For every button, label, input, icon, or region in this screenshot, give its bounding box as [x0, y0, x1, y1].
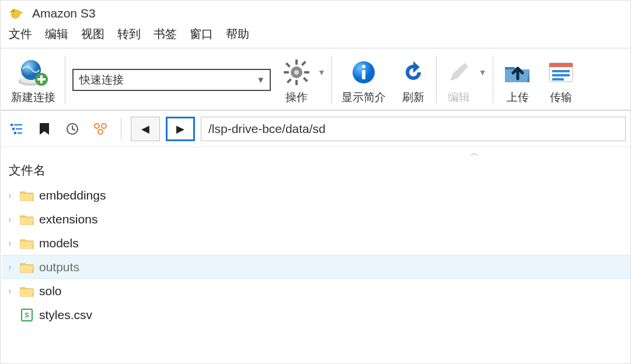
svg-rect-23	[552, 74, 570, 76]
action-dropdown-caret[interactable]: ▼	[318, 52, 329, 107]
menu-window[interactable]: 窗口	[190, 26, 213, 42]
expand-caret-icon[interactable]: ›	[9, 262, 17, 272]
pane-collapse-caret[interactable]: ︿	[1, 147, 630, 160]
folder-row[interactable]: › models	[2, 231, 630, 255]
tree-item-name: extensions	[39, 212, 97, 226]
menu-view[interactable]: 视图	[81, 26, 104, 42]
column-header-name[interactable]: 文件名	[1, 160, 630, 182]
svg-rect-25	[11, 124, 13, 126]
transfers-button[interactable]: 传输	[540, 52, 582, 107]
folder-icon	[19, 284, 34, 299]
history-view-button[interactable]	[61, 118, 83, 140]
svg-rect-28	[16, 128, 22, 130]
nav-separator	[121, 118, 121, 140]
quick-connect-combobox[interactable]: 快速连接 ▼	[72, 69, 271, 91]
folder-row[interactable]: › outputs	[2, 255, 630, 279]
refresh-button[interactable]: 刷新	[393, 52, 434, 107]
get-info-button[interactable]: 显示简介	[334, 52, 393, 107]
folder-icon	[19, 260, 34, 275]
bookmarks-view-button[interactable]	[33, 118, 55, 140]
svg-rect-9	[295, 60, 298, 65]
svg-point-33	[102, 124, 106, 128]
transfers-label: 传输	[550, 90, 572, 105]
svg-point-32	[95, 124, 99, 128]
tree-item-name: models	[39, 236, 79, 250]
svg-rect-21	[549, 63, 573, 67]
transfers-window-icon	[547, 60, 575, 85]
new-connection-button[interactable]: 新建连接	[4, 52, 62, 107]
nav-forward-button[interactable]: ▶	[166, 117, 195, 141]
svg-rect-22	[552, 70, 570, 72]
duck-icon	[9, 6, 24, 21]
svg-point-8	[294, 70, 299, 75]
outline-icon	[9, 122, 23, 136]
chevron-down-icon: ▼	[256, 75, 265, 85]
path-input[interactable]	[201, 117, 626, 141]
folder-row[interactable]: › extensions	[2, 207, 630, 231]
triangle-right-icon: ▶	[176, 123, 184, 135]
navigation-bar: ◀ ▶	[1, 111, 630, 147]
file-tree: › embeddings› extensions› models› output…	[1, 182, 630, 327]
svg-text:S: S	[25, 312, 29, 318]
toolbar-separator	[493, 55, 493, 104]
svg-rect-29	[14, 132, 16, 134]
folder-row[interactable]: › embeddings	[2, 183, 630, 207]
upload-label: 上传	[507, 90, 529, 105]
menu-go[interactable]: 转到	[117, 26, 141, 42]
tree-item-name: outputs	[39, 260, 79, 274]
svg-rect-15	[301, 61, 306, 66]
outline-view-button[interactable]	[5, 118, 27, 140]
file-row[interactable]: › S styles.csv	[2, 303, 630, 327]
menu-help[interactable]: 帮助	[226, 26, 249, 42]
svg-point-34	[98, 130, 103, 134]
info-icon	[350, 59, 377, 86]
svg-rect-24	[552, 78, 564, 80]
csv-file-icon: S	[19, 307, 34, 323]
triangle-left-icon: ◀	[141, 123, 149, 135]
action-button[interactable]: 操作	[276, 52, 318, 107]
svg-rect-14	[303, 76, 308, 82]
folder-icon	[19, 188, 34, 203]
bonjour-view-button[interactable]	[89, 118, 111, 140]
menubar: 文件 编辑 视图 转到 书签 窗口 帮助	[1, 25, 630, 48]
svg-rect-13	[285, 62, 291, 67]
tree-item-name: embeddings	[39, 188, 106, 202]
svg-rect-10	[295, 80, 298, 85]
bonjour-icon	[93, 122, 108, 136]
new-connection-label: 新建连接	[11, 90, 55, 105]
refresh-icon	[400, 59, 427, 86]
folder-icon	[19, 212, 34, 227]
expand-caret-icon[interactable]: ›	[9, 214, 17, 225]
folder-row[interactable]: › solo	[2, 279, 630, 303]
bookmark-icon	[38, 122, 51, 136]
quick-connect-value: 快速连接	[79, 72, 124, 88]
edit-dropdown-caret[interactable]: ▼	[479, 52, 490, 107]
upload-button[interactable]: 上传	[496, 52, 540, 107]
refresh-label: 刷新	[402, 90, 424, 105]
expand-caret-icon[interactable]: ›	[9, 286, 17, 296]
folder-icon	[19, 236, 34, 251]
menu-bookmarks[interactable]: 书签	[154, 26, 177, 42]
upload-folder-icon	[503, 59, 533, 86]
edit-button: 编辑	[439, 52, 479, 107]
toolbar-separator	[332, 55, 332, 104]
svg-rect-27	[12, 128, 15, 130]
svg-rect-6	[37, 78, 46, 80]
svg-rect-11	[284, 71, 289, 74]
menu-edit[interactable]: 编辑	[45, 26, 68, 42]
svg-rect-16	[287, 78, 292, 83]
svg-rect-12	[304, 71, 309, 74]
action-label: 操作	[285, 90, 308, 105]
svg-rect-30	[18, 132, 22, 134]
nav-back-button[interactable]: ◀	[131, 117, 160, 141]
tree-item-name: solo	[39, 284, 62, 298]
svg-point-0	[13, 10, 14, 12]
globe-plus-icon	[17, 57, 50, 88]
svg-rect-26	[14, 124, 22, 125]
get-info-label: 显示简介	[341, 90, 386, 105]
menu-file[interactable]: 文件	[9, 26, 32, 42]
toolbar-separator	[436, 55, 437, 104]
svg-rect-19	[362, 70, 365, 79]
expand-caret-icon[interactable]: ›	[9, 238, 17, 249]
expand-caret-icon[interactable]: ›	[9, 190, 17, 201]
